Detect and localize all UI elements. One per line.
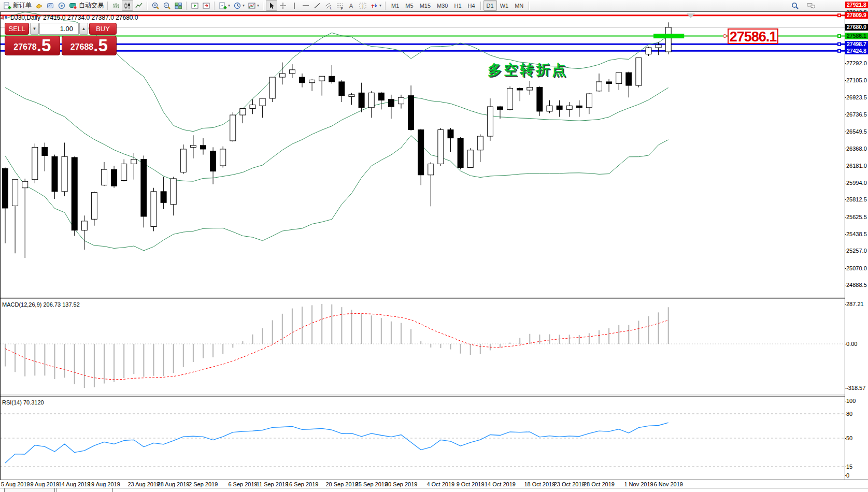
chevron-down-icon: ▾ <box>379 3 381 8</box>
timeframe-h1[interactable]: H1 <box>451 0 464 11</box>
candlestick-chart-button[interactable] <box>122 0 133 11</box>
data-window-button[interactable] <box>56 0 67 11</box>
timeframe-m5[interactable]: M5 <box>402 0 416 11</box>
one-click-panel-toggle[interactable]: ▴ <box>1 15 3 20</box>
date-label: 28 Oct 2019 <box>584 481 615 487</box>
date-label: 18 Oct 2019 <box>524 481 555 487</box>
trendline-tool-button[interactable] <box>311 0 323 11</box>
date-label: 25 Sep 2019 <box>355 481 388 487</box>
buy-button[interactable]: BUY <box>89 23 117 35</box>
new-order-label: 新订单 <box>13 1 32 10</box>
volume-stepper: ▼ ▲ <box>30 23 88 35</box>
sell-price-display[interactable]: 27678.5 <box>5 36 60 55</box>
chart-annotation-text[interactable]: 多空转折点 <box>488 61 568 79</box>
volume-input[interactable] <box>39 23 79 35</box>
timeframe-m1[interactable]: M1 <box>388 0 402 11</box>
bar-chart-button[interactable] <box>110 0 122 11</box>
zoom-in-button[interactable] <box>150 0 161 11</box>
buy-price-display[interactable]: 27688.5 <box>62 36 117 55</box>
text-icon: A <box>347 2 355 10</box>
horizontal-line-tool-button[interactable] <box>300 0 311 11</box>
date-label: 6 Sep 2019 <box>228 481 257 487</box>
chart-left-border <box>0 12 1 480</box>
price-tick-label: 25070.0 <box>846 265 867 271</box>
timeframe-w1[interactable]: W1 <box>497 0 512 11</box>
volume-decrease-button[interactable]: ▼ <box>30 23 39 35</box>
fibonacci-icon: F <box>336 2 344 10</box>
navigator-button[interactable] <box>45 0 56 11</box>
date-label: 4 Oct 2019 <box>426 481 454 487</box>
chart-region: 27843.527292.027105.026923.526736.526549… <box>0 11 868 492</box>
zoom-out-icon <box>163 2 171 10</box>
profiles-dropdown[interactable]: ▾ <box>232 0 246 11</box>
chart-shift-marker[interactable] <box>687 13 695 18</box>
templates-icon <box>248 2 256 10</box>
macd-tick-label: 287.21 <box>846 301 864 307</box>
date-label: 1 Nov 2019 <box>624 481 653 487</box>
highlight-anchor-dot[interactable] <box>723 34 727 38</box>
new-chart-dropdown[interactable]: ▾ <box>217 0 232 11</box>
svg-text:F: F <box>341 6 343 10</box>
timeframe-mn[interactable]: MN <box>511 0 527 11</box>
templates-dropdown[interactable]: ▾ <box>246 0 261 11</box>
arrows-icon <box>370 2 378 10</box>
crosshair-tool-button[interactable] <box>277 0 289 11</box>
chart-tab[interactable] <box>56 488 113 492</box>
auto-scroll-button[interactable] <box>189 0 201 11</box>
tile-windows-icon <box>174 2 182 10</box>
timeframe-m30[interactable]: M30 <box>434 0 451 11</box>
date-axis[interactable]: 5 Aug 20199 Aug 201914 Aug 201919 Aug 20… <box>0 480 868 488</box>
text-label-icon: T <box>359 2 367 10</box>
toolbar-separator <box>529 2 530 10</box>
macd-indicator-pane[interactable] <box>0 299 845 395</box>
vertical-line-tool-button[interactable] <box>289 0 300 11</box>
search-icon[interactable] <box>791 2 799 10</box>
new-order-button[interactable]: 新订单 <box>2 0 33 11</box>
auto-scroll-icon <box>191 2 199 10</box>
chart-tile-icon <box>35 2 43 10</box>
fibonacci-tool-button[interactable]: F <box>334 0 346 11</box>
price-tick-label: 25438.5 <box>846 231 867 237</box>
timeframe-m15[interactable]: M15 <box>417 0 434 11</box>
timeframe-d1[interactable]: D1 <box>483 0 497 11</box>
tile-windows-button[interactable] <box>173 0 184 11</box>
chat-icon[interactable] <box>806 2 815 10</box>
price-tick-label: 26181.0 <box>846 163 867 169</box>
date-label: 16 Sep 2019 <box>286 481 318 487</box>
sell-button[interactable]: SELL <box>5 23 29 35</box>
chart-tile-button[interactable] <box>33 0 45 11</box>
buy-price-main: 27688 <box>70 40 94 54</box>
caret-up-icon: ▲ <box>82 26 86 31</box>
timeframe-h4[interactable]: H4 <box>465 0 478 11</box>
main-price-chart[interactable] <box>0 12 845 297</box>
toolbar-separator <box>107 2 108 10</box>
volume-increase-button[interactable]: ▲ <box>79 23 88 35</box>
price-axis-column[interactable]: 27843.527292.027105.026923.526736.526549… <box>845 12 868 480</box>
price-tick-label: 24888.5 <box>846 282 867 288</box>
text-label-tool-button[interactable]: T <box>357 0 368 11</box>
date-label: 14 Aug 2019 <box>59 481 91 487</box>
arrows-dropdown[interactable]: ▾ <box>368 0 383 11</box>
level-price-label: 27921.8 <box>845 2 868 8</box>
date-label: 30 Sep 2019 <box>385 481 417 487</box>
candlesticks <box>3 22 672 258</box>
equidistant-channel-tool-button[interactable]: E <box>323 0 334 11</box>
line-chart-button[interactable] <box>133 0 145 11</box>
cursor-tool-button[interactable] <box>266 0 277 11</box>
highlight-price-label[interactable]: 27586.1 <box>728 28 778 44</box>
new-chart-icon <box>219 2 227 10</box>
chart-tab[interactable] <box>4 488 55 492</box>
chart-shift-button[interactable] <box>201 0 212 11</box>
zoom-out-button[interactable] <box>161 0 173 11</box>
equidistant-channel-icon: E <box>324 2 333 10</box>
auto-trading-button[interactable]: 自动交易 <box>67 0 105 11</box>
price-tick-label: 25812.5 <box>846 196 867 202</box>
mt4-trading-platform-window: 新订单 自动交易 <box>0 0 868 492</box>
toolbar-separator <box>385 2 386 10</box>
rsi-tick-label: 50 <box>846 435 852 441</box>
text-tool-button[interactable]: A <box>346 0 357 11</box>
rsi-indicator-pane[interactable] <box>0 397 845 480</box>
crosshair-icon <box>279 2 287 10</box>
price-tick-label: 26923.5 <box>846 94 867 100</box>
cursor-icon <box>267 2 276 10</box>
